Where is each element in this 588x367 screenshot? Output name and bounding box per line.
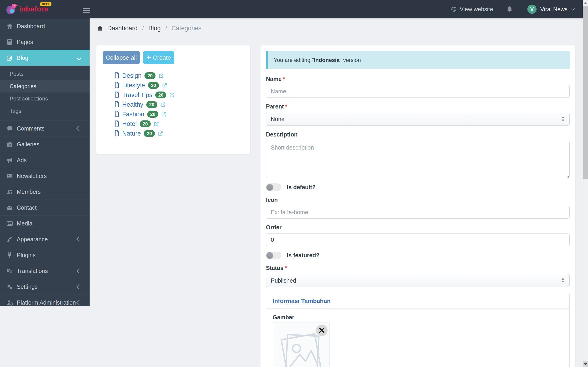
category-count-badge: 20 (148, 82, 159, 89)
file-icon (115, 72, 119, 79)
breadcrumb-separator: / (165, 25, 167, 32)
description-textarea[interactable] (266, 141, 570, 178)
create-button[interactable]: + Create (143, 51, 174, 64)
scroll-down-button[interactable] (583, 361, 588, 367)
image-placeholder (273, 323, 330, 367)
sidebar-item-pages[interactable]: Pages (0, 34, 90, 50)
additional-info-box: Informasi Tambahan Gambar (266, 293, 570, 367)
file-icon (115, 120, 119, 127)
sidebar-item-comments[interactable]: Comments (0, 120, 90, 136)
icon-input[interactable] (266, 206, 570, 219)
external-link-icon[interactable] (160, 102, 166, 107)
app-logo[interactable]: inbefore NEXT (6, 2, 48, 16)
category-link[interactable]: Nature (122, 130, 141, 137)
description-label: Description (266, 131, 570, 138)
sidebar-item-settings[interactable]: Settings (0, 279, 90, 294)
bell-icon (506, 6, 513, 12)
top-header: inbefore NEXT View website V Viral News (0, 0, 583, 18)
sidebar-item-newsletters[interactable]: Newsletters (0, 168, 90, 184)
category-link[interactable]: Healthy (122, 101, 143, 108)
sidebar-item-tags[interactable]: Tags (0, 105, 90, 117)
icon-label: Icon (266, 197, 570, 203)
sidebar-item-appearance[interactable]: Appearance (0, 231, 90, 247)
gears-icon (6, 283, 13, 290)
file-icon (115, 130, 119, 137)
parent-select[interactable]: None (266, 113, 570, 126)
svg-text:A: A (8, 269, 9, 272)
sidebar-item-members[interactable]: Members (0, 184, 90, 200)
scroll-up-button[interactable] (583, 0, 588, 6)
view-website-label: View website (460, 6, 493, 13)
sidebar-item-plugins[interactable]: Plugins (0, 247, 90, 263)
sidebar-item-contact[interactable]: Contact (0, 200, 90, 215)
chat-bubble-icon (6, 125, 13, 132)
sidebar-item-categories[interactable]: Categories (0, 80, 90, 92)
vertical-scrollbar[interactable] (583, 0, 588, 367)
breadcrumb: Dashboard / Blog / Categories (97, 25, 201, 32)
external-link-icon[interactable] (158, 131, 163, 136)
sidebar-item-dashboard[interactable]: Dashboard (0, 18, 90, 34)
is-default-toggle[interactable] (266, 184, 281, 191)
plug-icon (6, 252, 13, 259)
triangle-down-icon (584, 363, 587, 365)
megaphone-icon (6, 157, 13, 164)
external-link-icon[interactable] (161, 112, 166, 117)
is-featured-toggle[interactable] (266, 252, 281, 259)
category-row: Lifestyle 20 (115, 81, 250, 90)
breadcrumb-blog[interactable]: Blog (148, 25, 161, 32)
category-form-card: You are editing "Indonesia" version Name… (260, 45, 575, 367)
icon-field-group: Icon (266, 197, 570, 219)
language-icon: A (6, 267, 13, 274)
category-count-badge: 20 (144, 130, 155, 137)
blog-submenu: Posts Categories Post collections Tags (0, 66, 90, 120)
external-link-icon[interactable] (162, 83, 167, 88)
name-field-group: Name* (266, 76, 570, 98)
notifications-button[interactable] (506, 6, 513, 12)
category-link[interactable]: Travel Tips (122, 92, 152, 99)
breadcrumb-dashboard[interactable]: Dashboard (107, 25, 138, 32)
external-link-icon[interactable] (154, 121, 159, 127)
logo-text: inbefore (19, 5, 48, 13)
name-input[interactable] (266, 85, 570, 98)
required-asterisk: * (285, 103, 287, 110)
sidebar-item-post-collections[interactable]: Post collections (0, 92, 90, 105)
category-count-badge: 20 (147, 111, 158, 118)
sidebar-item-platform-administration[interactable]: Platform Administration (0, 294, 90, 310)
order-input[interactable] (266, 234, 570, 246)
sidebar-item-galleries[interactable]: Galleries (0, 136, 90, 152)
category-row: Fashion 20 (115, 109, 250, 119)
required-asterisk: * (285, 265, 287, 271)
category-link[interactable]: Hotel (122, 120, 137, 127)
account-menu[interactable]: V Viral News (527, 5, 574, 14)
additional-info-title: Informasi Tambahan (266, 293, 569, 309)
parent-label: Parent* (266, 103, 570, 110)
collapse-all-button[interactable]: Collapse all (103, 51, 140, 64)
category-count-badge: 20 (145, 72, 156, 79)
remove-image-button[interactable] (316, 325, 328, 336)
external-link-icon[interactable] (158, 73, 164, 78)
external-link-icon[interactable] (169, 92, 174, 98)
category-link[interactable]: Fashion (122, 111, 144, 118)
globe-icon (451, 6, 457, 12)
sidebar-item-media[interactable]: Media (0, 215, 90, 231)
chevron-left-icon (77, 237, 82, 242)
category-link[interactable]: Lifestyle (122, 82, 145, 89)
scrollbar-thumb[interactable] (583, 6, 588, 179)
category-tree: Design 20 Lifestyle 20 Travel Tips 20 He… (115, 71, 250, 138)
status-select[interactable]: Published (266, 274, 570, 287)
image-icon (6, 220, 13, 227)
file-icon (115, 111, 119, 118)
sidebar-item-translations[interactable]: A Translations (0, 263, 90, 279)
categories-tree-card: Collapse all + Create Design 20 Lifestyl… (96, 45, 251, 154)
sidebar-item-ads[interactable]: Ads (0, 152, 90, 168)
sidebar-item-blog[interactable]: Blog (0, 50, 90, 66)
category-link[interactable]: Design (122, 72, 141, 79)
category-row: Healthy 20 (115, 100, 250, 109)
category-row: Travel Tips 20 (115, 90, 250, 100)
category-count-badge: 20 (155, 92, 166, 98)
sidebar-toggle-button[interactable] (82, 6, 91, 15)
file-icon (115, 82, 119, 89)
view-website-link[interactable]: View website (451, 6, 493, 13)
sidebar-item-posts[interactable]: Posts (0, 68, 90, 80)
home-icon (97, 25, 103, 31)
